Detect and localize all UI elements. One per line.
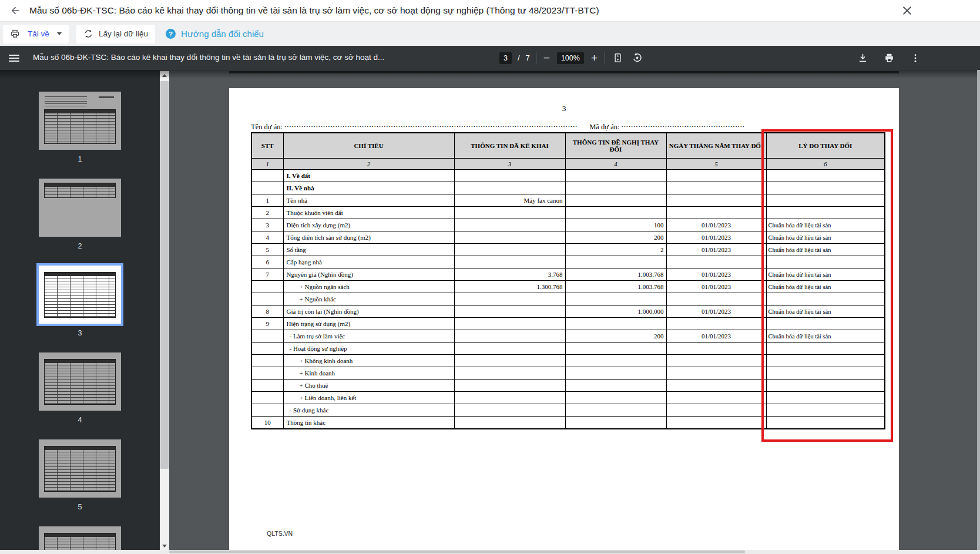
reload-data-button[interactable]: Lấy lại dữ liệu [76,25,155,43]
table-row: + Không kinh doanh [251,355,885,367]
modal-header: Mẫu số 06b-ĐK-TSC: Báo cáo kê khai thay … [0,0,980,22]
pdf-toolbar: Mẫu số 06b-ĐK-TSC: Báo cáo kê khai thay … [0,46,980,70]
table-row: + Nguồn ngân sách1.300.7681.003.76801/01… [251,281,885,293]
question-circle-icon: ? [166,29,176,39]
print-icon [884,52,895,63]
table-header-row: STT CHỈ TIÊU THÔNG TIN ĐÃ KÊ KHAI THÔNG … [251,133,885,159]
page-thumbnail[interactable]: 3 [39,266,121,338]
thumbnail-page-number: 5 [39,503,121,512]
refresh-icon [83,29,93,39]
project-code-dots: ........................................… [622,120,744,129]
thumbnail-page-preview[interactable] [39,266,121,324]
table-row: 8Giá trị còn lại (Nghìn đồng)1.000.00001… [251,305,885,318]
thumbnail-page-number: 2 [39,242,121,251]
zoom-in-button[interactable]: + [590,52,599,63]
more-options-button[interactable] [909,52,922,65]
table-row: 4Tổng diện tích sàn sử dụng (m2)20001/01… [251,231,885,244]
thumbnail-table-sketch [44,272,116,318]
thumbnail-page-number: 1 [39,155,121,164]
guide-label: Hướng dẫn đối chiếu [181,29,264,39]
previous-page-edge [229,71,899,73]
thumbnail-table-sketch [44,109,116,144]
page-thumbnail[interactable]: 4 [39,352,121,425]
separator [605,52,605,64]
col-header-ngay-thang: NGÀY THÁNG NĂM THAY ĐỔI [666,133,766,159]
sidebar-scrollbar[interactable] [160,71,169,550]
hamburger-icon [9,55,19,56]
project-line: Tên dự án: .............................… [251,120,744,132]
guide-link[interactable]: ? Hướng dẫn đối chiếu [166,29,264,39]
table-row: II. Về nhà [251,182,885,194]
table-row: + Cho thuê [251,380,885,392]
chevron-down-icon [57,32,62,35]
thumbnail-page-preview[interactable] [39,179,121,237]
more-vertical-icon [910,53,921,63]
table-row: 3Diện tích xây dựng (m2)10001/01/2023Chu… [251,219,885,231]
table-row: 6Cấp hạng nhà [251,256,885,268]
thumbnail-sidebar: 123456 [0,70,160,554]
action-bar: Tải về Lấy lại dữ liệu ? Hướng dẫn đối c… [0,22,980,46]
pdf-preview-window: Mẫu số 06b-ĐK-TSC: Báo cáo kê khai thay … [0,0,980,554]
window-horizontal-scrollbar[interactable] [0,550,980,554]
table-row: 2Thuộc khuôn viên đất [251,207,885,219]
total-pages: 7 [526,53,530,62]
modal-title: Mẫu số 06b-ĐK-TSC: Báo cáo kê khai thay … [29,5,599,16]
print-button[interactable] [882,51,896,65]
fit-page-icon [612,52,623,63]
col-header-chi-tieu: CHỈ TIÊU [283,133,454,159]
project-name-label: Tên dự án: [251,123,283,131]
back-arrow-icon [9,5,21,16]
table-row: - Làm trụ sở làm việc20001/01/2023Chuẩn … [251,330,885,343]
pdf-doc-title: Mẫu số 06b-ĐK-TSC: Báo cáo kê khai thay … [33,53,384,62]
download-button[interactable]: Tải về [3,25,69,43]
thumbnail-page-number: 4 [39,416,121,425]
thumbnail-page-preview[interactable] [39,92,121,150]
document-page: 3 Tên dự án: ...........................… [229,88,899,550]
col-header-stt: STT [251,133,283,159]
download-pdf-button[interactable] [856,51,870,65]
page-thumbnail[interactable]: 2 [39,179,121,251]
col-header-da-ke-khai: THÔNG TIN ĐÃ KÊ KHAI [454,133,565,159]
table-row: - Sử dụng khác [251,404,885,417]
scroll-up-button[interactable] [160,71,169,79]
table-row: - Hoạt động sự nghiệp [251,343,885,355]
table-row: 1Tên nhàMáy fax canon [251,194,885,207]
table-row: 7Nguyên giá (Nghìn đồng)3.7681.003.76801… [251,268,885,281]
separator [536,52,536,64]
report-table: STT CHỈ TIÊU THÔNG TIN ĐÃ KÊ KHAI THÔNG … [251,132,885,429]
thumbnail-page-preview[interactable] [39,352,121,411]
back-button[interactable] [8,4,22,18]
table-row: + Kinh doanh [251,367,885,380]
triangle-down-icon [162,545,167,548]
toolbar-right-controls [856,46,922,70]
scrollbar-thumb[interactable] [160,81,169,469]
download-label: Tải về [28,29,49,38]
zoom-level[interactable]: 100% [557,52,584,64]
page-controls: 3 / 7 − 100% + [499,46,644,70]
thumbnail-list: 123456 [0,70,160,554]
scroll-down-button[interactable] [160,542,169,550]
rotate-button[interactable] [630,51,644,65]
doc-page-number: 3 [229,88,899,113]
fit-page-button[interactable] [611,51,625,65]
page-thumbnail[interactable]: 1 [39,92,121,164]
horizontal-scrollbar-thumb[interactable] [169,550,745,553]
thumbnail-page-preview[interactable] [39,439,121,498]
pdf-viewer-area: 123456 3 Tên dự án: ....................… [0,70,980,554]
close-icon [901,4,914,17]
reload-label: Lấy lại dữ liệu [99,29,148,38]
thumbnail-table-sketch [44,446,116,492]
project-code-label: Mã dự án: [589,123,619,131]
thumbnail-page-number: 3 [39,329,121,338]
download-icon [857,52,868,63]
window-vertical-scrollbar[interactable] [977,70,980,554]
table-row: + Liên doanh, liên kết [251,392,885,404]
zoom-out-button[interactable]: − [542,52,551,63]
menu-button[interactable] [7,51,21,65]
col-header-de-nghi: THÔNG TIN ĐỀ NGHỊ THAY ĐỔI [565,133,666,159]
column-number-row: 1 2 3 4 5 6 [251,159,885,170]
current-page-input[interactable]: 3 [499,52,512,64]
page-thumbnail[interactable]: 5 [39,439,121,512]
close-button[interactable] [900,4,914,18]
rotate-counterclockwise-icon [632,52,643,63]
